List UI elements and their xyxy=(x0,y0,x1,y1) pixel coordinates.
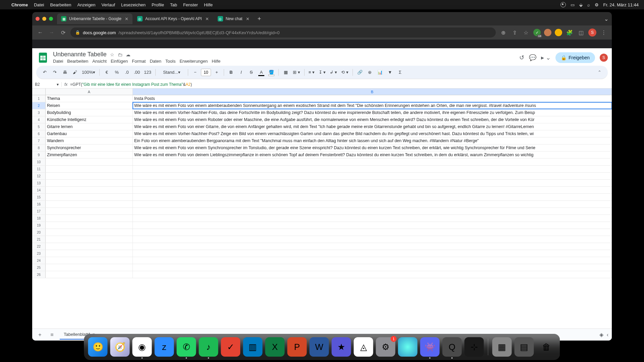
cell[interactable] xyxy=(46,264,133,271)
browser-tab[interactable]: ▦ Unbenannte Tabelle - Google ✕ xyxy=(57,13,132,24)
cell[interactable] xyxy=(46,222,133,229)
decrease-decimal-button[interactable]: .0 xyxy=(122,68,131,77)
dock-finder-icon[interactable]: 🙂 xyxy=(88,337,108,357)
extension-icon[interactable] xyxy=(544,29,551,36)
row-header[interactable]: 23 xyxy=(32,250,46,257)
row-header[interactable]: 6 xyxy=(32,130,46,137)
cell[interactable] xyxy=(133,201,612,207)
star-icon[interactable]: ☆ xyxy=(110,52,114,57)
increase-decimal-button[interactable]: .00 xyxy=(132,68,141,77)
select-all-corner[interactable] xyxy=(32,88,46,95)
bold-button[interactable]: B xyxy=(227,68,235,77)
browser-tab[interactable]: ◎ New chat ✕ xyxy=(214,13,254,24)
cell[interactable]: Wie wäre es mit einem Foto von einem ate… xyxy=(133,102,612,109)
cell[interactable] xyxy=(46,187,133,193)
back-button[interactable]: ← xyxy=(36,28,44,37)
row-header[interactable]: 16 xyxy=(32,201,46,207)
cell[interactable] xyxy=(46,194,133,200)
font-size-decrease[interactable]: − xyxy=(191,68,200,77)
screen-record-icon[interactable] xyxy=(560,2,566,7)
percent-button[interactable]: % xyxy=(112,68,121,77)
row-header[interactable]: 10 xyxy=(32,159,46,165)
cell[interactable]: Wandern xyxy=(46,137,133,144)
sheets-logo-icon[interactable] xyxy=(36,51,50,64)
collapse-toolbar-icon[interactable]: ⌃ xyxy=(595,68,604,77)
row-header[interactable]: 11 xyxy=(32,166,46,172)
text-color-button[interactable]: A xyxy=(257,68,266,77)
comments-icon[interactable]: 💬 xyxy=(529,54,536,61)
sheets-menu-item[interactable]: Hilfe xyxy=(212,59,220,64)
dock-safari-icon[interactable]: 🧭 xyxy=(110,337,130,357)
row-header[interactable]: 5 xyxy=(32,123,46,130)
explore-icon[interactable]: ◈ xyxy=(599,331,603,338)
column-header[interactable]: A xyxy=(46,88,133,95)
cell[interactable]: Ein Foto von einem atemberaubenden Bergp… xyxy=(133,137,612,144)
cell[interactable]: Insta Posts xyxy=(133,95,612,102)
dock-whatsapp-icon[interactable]: ✆ xyxy=(177,337,196,357)
cell[interactable]: Wie wäre es mit einem Foto von einem Syn… xyxy=(133,144,612,151)
row-header[interactable]: 21 xyxy=(32,236,46,243)
cell[interactable] xyxy=(46,180,133,186)
sheets-menu-item[interactable]: Daten xyxy=(150,59,161,64)
cell[interactable]: Reisen xyxy=(46,102,133,109)
cell[interactable]: Wie wäre es mit einem Foto von einem Rob… xyxy=(133,116,612,123)
cell[interactable] xyxy=(133,194,612,200)
share-icon[interactable]: ⇪ xyxy=(511,28,519,37)
dock-chrome-icon[interactable]: ◉ xyxy=(132,337,152,357)
reload-button[interactable]: ⟳ xyxy=(59,28,67,37)
new-tab-button[interactable]: + xyxy=(254,15,265,22)
v-align-button[interactable]: ↧ ▾ xyxy=(317,68,327,77)
url-input[interactable]: 🔒 docs.google.com/spreadsheets/d/1ayofh0… xyxy=(70,27,496,38)
cell[interactable] xyxy=(46,173,133,179)
cell[interactable]: Wie wäre es mit einem Foto von einer Git… xyxy=(133,123,612,130)
cell[interactable] xyxy=(46,243,133,250)
cell[interactable]: Zimmerpflanzen xyxy=(46,152,133,158)
cell[interactable]: Gartenbau xyxy=(46,130,133,137)
macos-menu-item[interactable]: Profile xyxy=(152,2,164,7)
dock-quicktime-icon[interactable]: Q xyxy=(442,337,462,357)
spotlight-icon[interactable]: ⌕ xyxy=(587,2,590,7)
cell[interactable] xyxy=(133,180,612,186)
extensions-puzzle-icon[interactable]: 🧩 xyxy=(566,28,574,37)
macos-menu-item[interactable]: Tab xyxy=(170,2,177,7)
row-header[interactable]: 2 xyxy=(32,102,46,109)
macos-menu-item[interactable]: Fenster xyxy=(183,2,198,7)
comment-button[interactable]: ⊕ xyxy=(366,68,374,77)
macos-menu-item[interactable]: Lesezeichen xyxy=(121,2,146,7)
row-header[interactable]: 7 xyxy=(32,137,46,144)
row-header[interactable]: 12 xyxy=(32,173,46,179)
history-icon[interactable]: ↺ xyxy=(519,54,524,61)
rotate-button[interactable]: ⟲ ▾ xyxy=(340,68,350,77)
cell[interactable] xyxy=(133,159,612,165)
dock-audio-icon[interactable]: ⊹ xyxy=(465,337,484,357)
macos-menu-item[interactable]: Bearbeiten xyxy=(50,2,71,7)
dock-siri-icon[interactable] xyxy=(398,337,418,357)
tab-close-icon[interactable]: ✕ xyxy=(205,16,209,21)
cell[interactable] xyxy=(46,215,133,222)
add-sheet-button[interactable]: + xyxy=(36,330,44,339)
strikethrough-button[interactable]: S xyxy=(247,68,256,77)
tab-overflow-icon[interactable]: ⌄ xyxy=(604,16,608,22)
cloud-status-icon[interactable]: ☁ xyxy=(126,52,130,57)
move-folder-icon[interactable]: 🗀 xyxy=(118,52,122,57)
cell[interactable] xyxy=(46,208,133,215)
cell[interactable] xyxy=(133,166,612,172)
macos-menu-item[interactable]: Anzeigen xyxy=(77,2,95,7)
undo-button[interactable]: ↶ xyxy=(40,68,49,77)
all-sheets-button[interactable]: ≡ xyxy=(48,330,56,339)
row-header[interactable]: 18 xyxy=(32,215,46,222)
dock-screens-icon[interactable]: ▦ xyxy=(492,337,512,357)
sheets-menu-item[interactable]: Einfügen xyxy=(111,59,128,64)
cell[interactable] xyxy=(133,264,612,271)
row-header[interactable]: 26 xyxy=(32,271,46,278)
cell[interactable] xyxy=(133,222,612,229)
sheets-menu-item[interactable]: Datei xyxy=(53,59,63,64)
cell[interactable]: Wie wäre es mit einem Vorher-Nachher-Fot… xyxy=(133,109,612,116)
row-header[interactable]: 1 xyxy=(32,95,46,102)
cell[interactable]: Künstliche Intelligenz xyxy=(46,116,133,123)
cell[interactable] xyxy=(133,173,612,179)
row-header[interactable]: 14 xyxy=(32,187,46,193)
column-header[interactable]: B xyxy=(133,88,612,95)
cell[interactable]: Wie wäre es mit einem Vorher-Nachher-Pos… xyxy=(133,130,612,137)
cell[interactable] xyxy=(46,271,133,278)
